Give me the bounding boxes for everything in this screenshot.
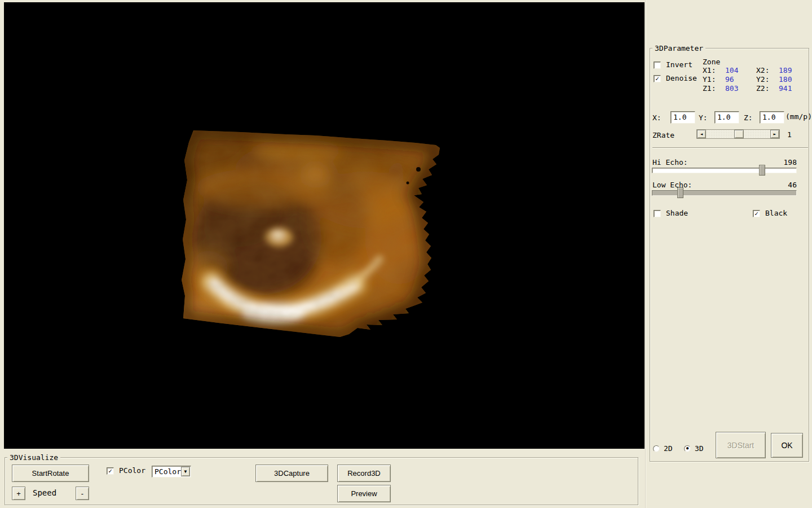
zone-x2-label: X2: [756,66,779,75]
preview-button[interactable]: Preview [337,485,391,502]
zrate-left-arrow-icon[interactable]: ◄ [697,130,706,138]
pcolor-checkbox-label: PColor [119,467,145,475]
mode-2d-radio-label: 2D [664,444,673,453]
invert-checkbox[interactable]: Invert [654,61,692,69]
mode-2d-radio-circle[interactable] [653,445,660,452]
parameter-group-title: 3DParameter [652,44,705,52]
zrate-right-arrow-icon[interactable]: ► [770,130,779,138]
mode-3d-radio-circle[interactable]: ● [684,445,691,452]
z-scale-label: Z: [744,113,753,122]
pcolor-checkbox[interactable]: ✓ PColor [107,467,145,475]
low-echo-slider-thumb[interactable] [677,187,683,198]
y-scale-input[interactable]: 1.0 [714,111,739,124]
low-echo-slider[interactable] [652,190,797,196]
speed-plus-button[interactable]: + [12,487,25,500]
mode-3d-radio-label: 3D [695,444,704,453]
x-scale-input[interactable]: 1.0 [670,111,695,124]
application-window: 3DParameter Invert ✓ Denoise Zone X1: 10… [0,0,812,508]
zone-z1-label: Z1: [703,84,725,93]
denoise-checkbox-label: Denoise [666,75,697,82]
invert-checkbox-box[interactable] [654,62,661,69]
zone-z2-value: 941 [779,84,806,93]
mode-3d-radio[interactable]: ● 3D [684,444,704,453]
zone-y2-value: 180 [779,75,806,84]
dropdown-arrow-icon[interactable]: ▼ [181,467,190,476]
parameter-groupbox: 3DParameter Invert ✓ Denoise Zone X1: 10… [650,48,809,462]
pcolor-dropdown[interactable]: PColor ▼ [152,466,191,478]
zone-x1-value: 104 [725,66,756,75]
zone-title: Zone [703,58,806,66]
pcolor-checkbox-box[interactable]: ✓ [107,467,114,475]
capture-3d-button[interactable]: 3DCapture [255,465,328,482]
mode-2d-radio[interactable]: 2D [653,444,673,453]
shade-checkbox-label: Shade [666,209,688,217]
visualize-groupbox: 3DVisualize StartRotate ✓ PColor PColor … [5,457,638,505]
black-checkbox-box[interactable]: ✓ [753,210,760,217]
zone-y1-label: Y1: [703,75,725,84]
zone-y2-label: Y2: [756,75,779,84]
start-rotate-button[interactable]: StartRotate [12,465,89,482]
ok-button[interactable]: OK [771,433,803,458]
pcolor-dropdown-value: PColor [155,467,181,476]
z-scale-input[interactable]: 1.0 [760,111,784,124]
zone-x1-label: X1: [703,66,725,75]
shade-checkbox[interactable]: Shade [654,209,688,217]
invert-checkbox-label: Invert [666,61,692,69]
zrate-scrollbar[interactable]: ◄ ► [696,129,780,139]
zrate-value: 1 [787,130,792,139]
zrate-label: ZRate [652,131,674,139]
hi-echo-value: 198 [784,158,797,167]
scale-unit-label: (mm/p) [785,112,812,121]
black-checkbox-label: Black [765,209,787,217]
y-scale-label: Y: [699,113,708,122]
panel-divider [645,0,646,508]
zone-x2-value: 189 [779,66,806,75]
hi-echo-label: Hi Echo: [652,158,688,167]
zone-y1-value: 96 [725,75,756,84]
low-echo-label: Low Echo: [652,181,692,189]
zone-readout: Zone X1: 104 X2: 189 Y1: 96 Y2: 180 Z1: … [703,58,806,93]
visualize-group-title: 3DVisualize [7,453,60,462]
shade-checkbox-box[interactable] [654,210,661,217]
start-3d-button[interactable]: 3DStart [716,432,766,458]
speed-minus-button[interactable]: - [76,487,89,500]
zrate-scrollbar-thumb[interactable] [734,130,744,138]
zone-z1-value: 803 [725,84,756,93]
record-3d-button[interactable]: Record3D [337,465,391,482]
ultrasound-volume-render [4,2,645,449]
speed-label: Speed [33,489,56,497]
hi-echo-slider[interactable] [652,168,797,173]
viewport-3d[interactable] [4,2,645,449]
denoise-checkbox[interactable]: ✓ Denoise [654,75,697,82]
zone-z2-label: Z2: [756,84,779,93]
hi-echo-slider-thumb[interactable] [759,165,765,176]
denoise-checkbox-box[interactable]: ✓ [654,75,661,82]
low-echo-value: 46 [788,181,797,189]
separator [652,147,808,148]
black-checkbox[interactable]: ✓ Black [753,209,787,217]
x-scale-label: X: [652,113,661,122]
